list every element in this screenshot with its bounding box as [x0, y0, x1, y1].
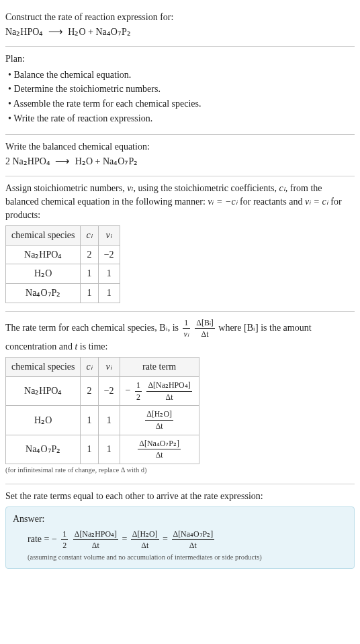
col-vi: νᵢ — [98, 358, 120, 377]
frac-term2: Δ[H₂O] Δt — [131, 529, 159, 551]
species-cell: H₂O — [6, 406, 81, 435]
species-cell: Na₂HPO₄ — [6, 245, 81, 264]
vi-cell: 1 — [98, 435, 120, 464]
setequal-text: Set the rate terms equal to each other t… — [5, 490, 355, 503]
ci-cell: 2 — [81, 245, 98, 264]
equals: = — [122, 534, 129, 544]
species-cell: Na₂HPO₄ — [6, 377, 81, 406]
balanced-section: Write the balanced chemical equation: 2 … — [5, 135, 355, 176]
col-ci: cᵢ — [81, 358, 98, 377]
bi-symbol: Bᵢ — [159, 323, 167, 333]
plan-title: Plan: — [5, 52, 355, 66]
frac-delta-bi-over-dt: Δ[Bᵢ] Δt — [195, 317, 215, 340]
ci-cell: 1 — [81, 406, 98, 435]
rateterm-paragraph: The rate term for each chemical species,… — [5, 317, 355, 354]
table-row: H₂O 1 1 Δ[H₂O] Δt — [6, 406, 199, 435]
assumption-note: (assuming constant volume and no accumul… — [13, 553, 347, 563]
table-row: Na₂HPO₄ 2 −2 — [6, 245, 120, 264]
reaction-arrow-icon: ⟶ — [46, 25, 66, 37]
problem-title: Construct the rate of reaction expressio… — [5, 11, 355, 24]
frac-half: 1 2 — [61, 529, 68, 551]
given-reaction: Na₂HPO₄ ⟶ H₂O + Na₄O₇P₂ — [5, 24, 355, 39]
col-vi: νᵢ — [98, 226, 120, 246]
species-cell: Na₄O₇P₂ — [6, 435, 81, 464]
col-species: chemical species — [6, 226, 81, 246]
reactant: Na₂HPO₄ — [5, 27, 43, 37]
frac-one-over-nu: 1 νᵢ — [183, 317, 190, 340]
table-header-row: chemical species cᵢ νᵢ — [6, 226, 120, 246]
rate-equals: rate = — [28, 534, 52, 544]
answer-box: Answer: rate = − 1 2 Δ[Na₂HPO₄] Δt = Δ[H… — [5, 506, 355, 569]
table-row: Na₂HPO₄ 2 −2 − 1 2 Δ[Na₂HPO₄] Δt — [6, 377, 199, 406]
minus-sign: − — [126, 385, 131, 395]
frac-term3: Δ[Na₄O₇P₂] Δt — [172, 529, 215, 551]
ci-cell: 1 — [81, 283, 98, 303]
list-item: Write the rate of reaction expression. — [8, 112, 355, 125]
frac-term1: Δ[Na₂HPO₄] Δt — [73, 529, 118, 551]
ci-cell: 1 — [81, 435, 98, 464]
minus-sign: − — [52, 534, 57, 544]
product-rule: νᵢ = cᵢ — [305, 197, 328, 207]
vi-cell: 1 — [98, 264, 120, 284]
list-item: Determine the stoichiometric numbers. — [8, 83, 355, 96]
balanced-rhs: H₂O + Na₄O₇P₂ — [75, 156, 138, 166]
reactant-rule: νᵢ = −cᵢ — [208, 197, 237, 207]
rateterm-cell: Δ[Na₄O₇P₂] Δt — [120, 435, 199, 464]
table-header-row: chemical species cᵢ νᵢ rate term — [6, 358, 199, 377]
rateterm-cell: − 1 2 Δ[Na₂HPO₄] Δt — [120, 377, 199, 406]
assign-paragraph: Assign stoichiometric numbers, νᵢ, using… — [5, 182, 355, 221]
rateterm-table: chemical species cᵢ νᵢ rate term Na₂HPO₄… — [5, 357, 199, 464]
table-row: H₂O 1 1 — [6, 264, 120, 284]
rate-expression: rate = − 1 2 Δ[Na₂HPO₄] Δt = Δ[H₂O] Δt =… — [13, 529, 347, 551]
balanced-title: Write the balanced chemical equation: — [5, 140, 355, 154]
col-ci: cᵢ — [81, 226, 98, 246]
col-species: chemical species — [6, 358, 81, 377]
assign-section: Assign stoichiometric numbers, νᵢ, using… — [5, 176, 355, 311]
vi-cell: 1 — [98, 283, 120, 303]
vi-cell: −2 — [98, 245, 120, 264]
frac-delta: Δ[H₂O] Δt — [145, 409, 173, 431]
answer-label: Answer: — [13, 513, 347, 526]
header-section: Construct the rate of reaction expressio… — [5, 5, 355, 47]
infinitesimal-note: (for infinitesimal rate of change, repla… — [5, 466, 355, 476]
setequal-section: Set the rate terms equal to each other t… — [5, 484, 355, 577]
equals: = — [163, 534, 170, 544]
species-cell: H₂O — [6, 264, 81, 284]
ci-cell: 2 — [81, 377, 98, 406]
species-cell: Na₄O₇P₂ — [6, 283, 81, 303]
col-rateterm: rate term — [120, 358, 199, 377]
balanced-lhs: 2 Na₂HPO₄ — [5, 156, 50, 166]
vi-cell: −2 — [98, 377, 120, 406]
rateterm-cell: Δ[H₂O] Δt — [120, 406, 199, 435]
plan-list: Balance the chemical equation. Determine… — [5, 68, 355, 125]
table-row: Na₄O₇P₂ 1 1 Δ[Na₄O₇P₂] Δt — [6, 435, 199, 464]
table-row: Na₄O₇P₂ 1 1 — [6, 283, 120, 303]
plan-section: Plan: Balance the chemical equation. Det… — [5, 47, 355, 135]
frac-delta: Δ[Na₂HPO₄] Δt — [146, 380, 191, 402]
list-item: Assemble the rate term for each chemical… — [8, 97, 355, 111]
ci-cell: 1 — [81, 264, 98, 284]
frac-half: 1 2 — [135, 380, 142, 402]
vi-cell: 1 — [98, 406, 120, 435]
stoich-table: chemical species cᵢ νᵢ Na₂HPO₄ 2 −2 H₂O … — [5, 225, 120, 303]
c-i-symbol: cᵢ — [279, 183, 285, 193]
products: H₂O + Na₄O₇P₂ — [68, 27, 130, 37]
reaction-arrow-icon: ⟶ — [52, 155, 73, 166]
rateterm-section: The rate term for each chemical species,… — [5, 312, 355, 484]
frac-delta: Δ[Na₄O₇P₂] Δt — [138, 438, 181, 461]
balanced-equation: 2 Na₂HPO₄ ⟶ H₂O + Na₄O₇P₂ — [5, 154, 355, 168]
list-item: Balance the chemical equation. — [8, 68, 355, 82]
